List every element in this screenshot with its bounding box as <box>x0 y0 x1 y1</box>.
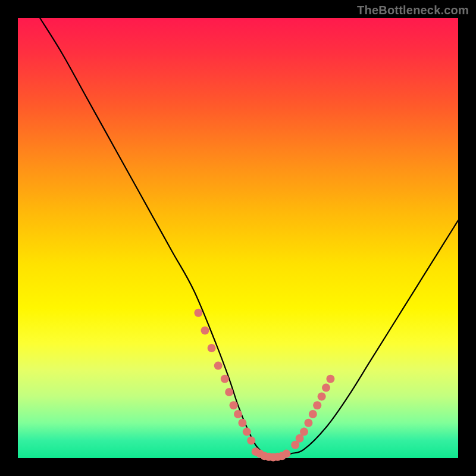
marker-cluster-left <box>194 309 255 445</box>
data-marker <box>326 375 334 383</box>
marker-cluster-right <box>291 375 334 449</box>
data-marker <box>221 375 229 383</box>
plot-area <box>18 18 458 458</box>
data-marker <box>194 309 202 317</box>
data-marker <box>214 362 223 370</box>
data-marker <box>243 428 251 436</box>
watermark-text: TheBottleneck.com <box>357 4 469 17</box>
data-marker <box>282 450 290 458</box>
data-marker <box>322 384 330 392</box>
data-marker <box>313 401 321 409</box>
data-marker <box>238 419 246 427</box>
data-marker <box>208 344 216 352</box>
data-marker <box>300 428 308 436</box>
data-marker <box>304 419 312 427</box>
data-marker <box>230 401 238 409</box>
data-marker <box>318 392 326 400</box>
data-marker <box>309 410 317 418</box>
marker-cluster-bottom <box>252 447 291 462</box>
chart-svg <box>18 18 458 458</box>
data-marker <box>247 436 255 444</box>
chart-stage: TheBottleneck.com <box>0 0 476 476</box>
data-marker <box>234 410 242 418</box>
data-marker <box>201 326 209 334</box>
bottleneck-curve <box>40 18 458 459</box>
data-marker <box>225 388 233 396</box>
